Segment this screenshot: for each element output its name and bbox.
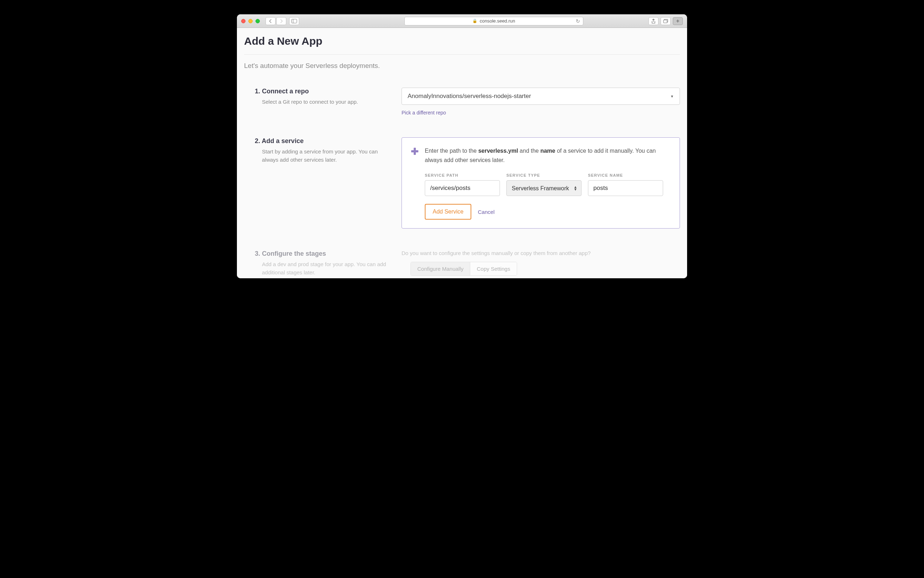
steps-container: 1. Connect a repo Select a Git repo to c…	[244, 88, 680, 276]
service-name-input[interactable]	[588, 180, 663, 196]
config-toggle-group: Configure Manually Copy Settings	[410, 262, 517, 276]
step3-heading: 3. Configure the stages	[255, 250, 394, 258]
page-content: Add a New App Let's automate your Server…	[237, 28, 687, 278]
chevron-down-icon: ▼	[670, 94, 674, 98]
forward-button[interactable]	[276, 17, 286, 25]
service-name-label: SERVICE NAME	[588, 173, 663, 177]
step2-heading: 2. Add a service	[255, 137, 394, 145]
nav-buttons-group	[265, 17, 286, 25]
sidebar-toggle-button[interactable]	[289, 17, 299, 25]
new-tab-button[interactable]: +	[673, 17, 683, 25]
page-subtitle: Let's automate your Serverless deploymen…	[244, 62, 680, 70]
close-window-button[interactable]	[241, 19, 246, 23]
browser-toolbar: 🔒 console.seed.run ↻ +	[237, 14, 687, 28]
step3-description: Add a dev and prod stage for your app. Y…	[255, 260, 394, 276]
service-path-label: SERVICE PATH	[425, 173, 500, 177]
share-button[interactable]	[649, 17, 659, 25]
back-button[interactable]	[265, 17, 275, 25]
copy-settings-button[interactable]: Copy Settings	[470, 262, 516, 275]
divider	[244, 54, 680, 55]
browser-window: 🔒 console.seed.run ↻ + Add a New App Let…	[237, 14, 687, 278]
service-panel: Enter the path to the serverless.yml and…	[402, 137, 680, 229]
step2-description: Start by adding a service from your app.…	[255, 148, 394, 164]
service-form: SERVICE PATH SERVICE TYPE Serverless Fra…	[410, 173, 671, 219]
add-service-button[interactable]: Add Service	[425, 204, 471, 219]
svg-rect-4	[411, 150, 418, 153]
configure-manually-button[interactable]: Configure Manually	[411, 262, 470, 275]
service-type-select[interactable]: Serverless Framework	[506, 180, 582, 196]
plus-icon	[410, 147, 419, 156]
refresh-icon[interactable]: ↻	[576, 18, 580, 24]
step1-heading: 1. Connect a repo	[255, 88, 394, 95]
step1-description: Select a Git repo to connect to your app…	[255, 98, 394, 106]
service-instruction: Enter the path to the serverless.yml and…	[425, 146, 671, 164]
window-controls	[241, 19, 260, 23]
repo-selected-value: AnomalyInnovations/serverless-nodejs-sta…	[408, 93, 531, 100]
minimize-window-button[interactable]	[248, 19, 253, 23]
step-connect-repo: 1. Connect a repo Select a Git repo to c…	[255, 88, 680, 116]
pick-different-repo-link[interactable]: Pick a different repo	[402, 110, 446, 115]
lock-icon: 🔒	[472, 19, 477, 23]
step-configure-stages: 3. Configure the stages Add a dev and pr…	[255, 250, 680, 276]
cancel-button[interactable]: Cancel	[478, 209, 495, 215]
address-bar[interactable]: 🔒 console.seed.run ↻	[404, 17, 583, 25]
step-add-service: 2. Add a service Start by adding a servi…	[255, 137, 680, 229]
service-type-label: SERVICE TYPE	[506, 173, 582, 177]
tabs-button[interactable]	[660, 17, 671, 25]
url-text: console.seed.run	[480, 18, 515, 24]
repo-dropdown[interactable]: AnomalyInnovations/serverless-nodejs-sta…	[402, 88, 680, 105]
service-path-input[interactable]	[425, 180, 500, 196]
page-title: Add a New App	[244, 35, 680, 47]
step3-prompt: Do you want to configure the settings ma…	[402, 250, 680, 256]
svg-rect-0	[292, 19, 297, 23]
maximize-window-button[interactable]	[255, 19, 260, 23]
svg-rect-2	[664, 20, 667, 23]
